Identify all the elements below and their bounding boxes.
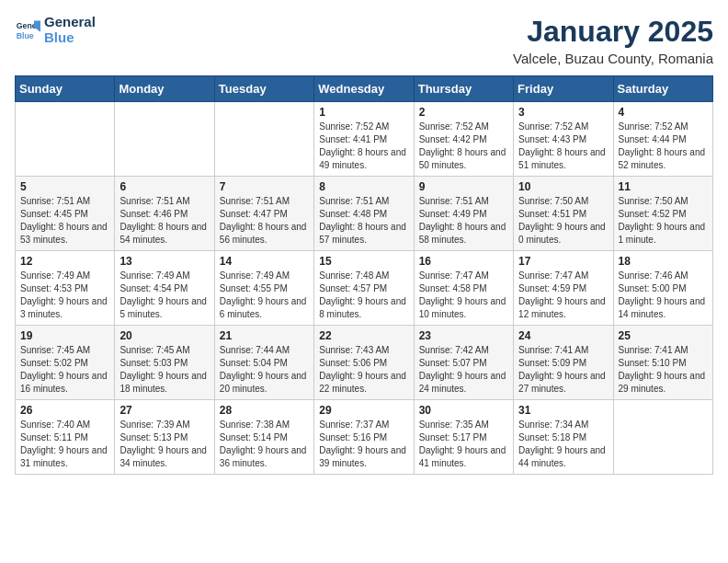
day-number: 17 — [518, 255, 608, 268]
day-info: Sunrise: 7:52 AM Sunset: 4:44 PM Dayligh… — [619, 121, 708, 172]
day-info: Sunrise: 7:47 AM Sunset: 4:59 PM Dayligh… — [518, 270, 608, 321]
svg-text:Blue: Blue — [17, 30, 34, 40]
sunset-text: Sunset: 4:51 PM — [518, 209, 586, 219]
calendar-cell: 22 Sunrise: 7:43 AM Sunset: 5:06 PM Dayl… — [314, 326, 414, 400]
daylight-text: Daylight: 9 hours and 1 minute. — [619, 222, 706, 245]
day-number: 29 — [319, 404, 408, 417]
sunrise-text: Sunrise: 7:47 AM — [419, 270, 489, 281]
calendar-cell: 3 Sunrise: 7:52 AM Sunset: 4:43 PM Dayli… — [514, 102, 613, 177]
day-number: 10 — [518, 180, 608, 193]
day-number: 28 — [220, 404, 309, 417]
sunset-text: Sunset: 5:17 PM — [419, 432, 487, 442]
sunset-text: Sunset: 5:06 PM — [319, 358, 387, 368]
day-info: Sunrise: 7:51 AM Sunset: 4:47 PM Dayligh… — [220, 195, 309, 247]
day-info: Sunrise: 7:35 AM Sunset: 5:17 PM Dayligh… — [419, 419, 508, 470]
calendar-subtitle: Valcele, Buzau County, Romania — [513, 51, 713, 66]
day-number: 23 — [419, 329, 508, 342]
daylight-text: Daylight: 8 hours and 54 minutes. — [119, 222, 207, 245]
calendar-title: January 2025 — [513, 15, 713, 49]
sunrise-text: Sunrise: 7:51 AM — [220, 196, 290, 206]
calendar-cell: 29 Sunrise: 7:37 AM Sunset: 5:16 PM Dayl… — [314, 400, 414, 475]
daylight-text: Daylight: 9 hours and 34 minutes. — [119, 445, 207, 468]
day-info: Sunrise: 7:38 AM Sunset: 5:14 PM Dayligh… — [220, 419, 309, 470]
sunset-text: Sunset: 4:59 PM — [518, 283, 586, 293]
sunrise-text: Sunrise: 7:52 AM — [319, 121, 389, 132]
weekday-header-wednesday: Wednesday — [314, 76, 414, 102]
day-info: Sunrise: 7:45 AM Sunset: 5:02 PM Dayligh… — [20, 344, 109, 396]
daylight-text: Daylight: 8 hours and 49 minutes. — [319, 147, 406, 170]
daylight-text: Daylight: 8 hours and 57 minutes. — [319, 222, 406, 245]
sunset-text: Sunset: 4:45 PM — [20, 209, 88, 219]
daylight-text: Daylight: 9 hours and 36 minutes. — [220, 445, 307, 468]
sunrise-text: Sunrise: 7:49 AM — [220, 270, 290, 281]
calendar-cell: 17 Sunrise: 7:47 AM Sunset: 4:59 PM Dayl… — [514, 251, 613, 326]
day-number: 27 — [119, 404, 209, 417]
calendar-cell: 5 Sunrise: 7:51 AM Sunset: 4:45 PM Dayli… — [16, 177, 115, 251]
day-number: 3 — [518, 106, 608, 119]
sunrise-text: Sunrise: 7:45 AM — [20, 345, 90, 355]
day-info: Sunrise: 7:47 AM Sunset: 4:58 PM Dayligh… — [419, 270, 508, 321]
daylight-text: Daylight: 8 hours and 50 minutes. — [419, 147, 506, 170]
day-info: Sunrise: 7:51 AM Sunset: 4:48 PM Dayligh… — [319, 195, 408, 247]
sunrise-text: Sunrise: 7:51 AM — [119, 196, 189, 206]
day-number: 7 — [220, 180, 309, 193]
day-info: Sunrise: 7:52 AM Sunset: 4:43 PM Dayligh… — [518, 121, 608, 172]
day-info: Sunrise: 7:45 AM Sunset: 5:03 PM Dayligh… — [119, 344, 209, 396]
sunrise-text: Sunrise: 7:51 AM — [319, 196, 389, 206]
day-number: 16 — [419, 255, 508, 268]
calendar-week-row: 12 Sunrise: 7:49 AM Sunset: 4:53 PM Dayl… — [16, 251, 713, 326]
day-number: 8 — [319, 180, 408, 193]
day-number: 21 — [220, 329, 309, 342]
sunrise-text: Sunrise: 7:38 AM — [220, 419, 290, 430]
calendar-cell: 20 Sunrise: 7:45 AM Sunset: 5:03 PM Dayl… — [115, 326, 214, 400]
sunset-text: Sunset: 4:58 PM — [419, 283, 487, 293]
daylight-text: Daylight: 9 hours and 44 minutes. — [518, 445, 606, 468]
sunset-text: Sunset: 4:48 PM — [319, 209, 387, 219]
daylight-text: Daylight: 8 hours and 51 minutes. — [518, 147, 606, 170]
day-number: 30 — [419, 404, 508, 417]
day-number: 15 — [319, 255, 408, 268]
day-number: 12 — [20, 255, 109, 268]
sunrise-text: Sunrise: 7:47 AM — [518, 270, 588, 281]
day-number: 18 — [619, 255, 708, 268]
day-info: Sunrise: 7:51 AM Sunset: 4:45 PM Dayligh… — [20, 195, 109, 247]
day-info: Sunrise: 7:42 AM Sunset: 5:07 PM Dayligh… — [419, 344, 508, 396]
sunset-text: Sunset: 4:53 PM — [20, 283, 88, 293]
weekday-header-monday: Monday — [115, 76, 214, 102]
sunset-text: Sunset: 5:13 PM — [119, 432, 188, 442]
day-number: 22 — [319, 329, 408, 342]
sunset-text: Sunset: 5:02 PM — [20, 358, 88, 368]
calendar-cell — [115, 102, 214, 177]
sunset-text: Sunset: 4:55 PM — [220, 283, 288, 293]
sunrise-text: Sunrise: 7:52 AM — [518, 121, 588, 132]
sunset-text: Sunset: 4:49 PM — [419, 209, 487, 219]
logo-text: General Blue — [44, 15, 96, 45]
day-info: Sunrise: 7:49 AM Sunset: 4:54 PM Dayligh… — [119, 270, 209, 321]
day-info: Sunrise: 7:49 AM Sunset: 4:53 PM Dayligh… — [20, 270, 109, 321]
sunset-text: Sunset: 4:41 PM — [319, 134, 387, 144]
day-number: 2 — [419, 106, 508, 119]
day-number: 1 — [319, 106, 408, 119]
sunset-text: Sunset: 4:47 PM — [220, 209, 288, 219]
daylight-text: Daylight: 9 hours and 8 minutes. — [319, 296, 406, 319]
sunrise-text: Sunrise: 7:51 AM — [20, 196, 90, 206]
day-info: Sunrise: 7:50 AM Sunset: 4:51 PM Dayligh… — [518, 195, 608, 247]
daylight-text: Daylight: 9 hours and 31 minutes. — [20, 445, 108, 468]
calendar-cell: 19 Sunrise: 7:45 AM Sunset: 5:02 PM Dayl… — [16, 326, 115, 400]
day-info: Sunrise: 7:41 AM Sunset: 5:09 PM Dayligh… — [518, 344, 608, 396]
calendar-cell: 13 Sunrise: 7:49 AM Sunset: 4:54 PM Dayl… — [115, 251, 214, 326]
daylight-text: Daylight: 9 hours and 10 minutes. — [419, 296, 506, 319]
sunrise-text: Sunrise: 7:34 AM — [518, 419, 588, 430]
daylight-text: Daylight: 9 hours and 18 minutes. — [119, 371, 207, 394]
day-number: 24 — [518, 329, 608, 342]
day-info: Sunrise: 7:39 AM Sunset: 5:13 PM Dayligh… — [119, 419, 209, 470]
weekday-header-sunday: Sunday — [16, 76, 115, 102]
sunrise-text: Sunrise: 7:50 AM — [518, 196, 588, 206]
daylight-text: Daylight: 8 hours and 56 minutes. — [220, 222, 307, 245]
calendar-cell: 30 Sunrise: 7:35 AM Sunset: 5:17 PM Dayl… — [414, 400, 513, 475]
calendar-cell — [613, 400, 712, 475]
sunset-text: Sunset: 5:09 PM — [518, 358, 586, 368]
sunset-text: Sunset: 4:57 PM — [319, 283, 387, 293]
day-number: 25 — [619, 329, 708, 342]
daylight-text: Daylight: 9 hours and 22 minutes. — [319, 371, 406, 394]
